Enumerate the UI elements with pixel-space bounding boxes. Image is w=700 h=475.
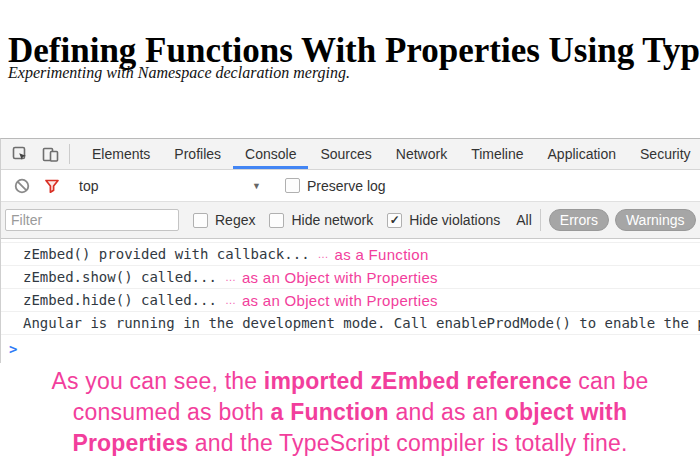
hide-violations-label[interactable]: Hide violations [409, 212, 500, 228]
caption-line: consumed as both a Function and as an ob… [40, 397, 660, 428]
tab-timeline[interactable]: Timeline [459, 139, 535, 169]
annotation-ellipsis: … [318, 248, 329, 260]
page-subtitle: Experimenting with Namespace declaration… [8, 64, 350, 82]
filter-input[interactable] [5, 209, 179, 231]
hide-network-checkbox[interactable] [269, 213, 284, 228]
filter-pill-warnings[interactable]: Warnings [615, 209, 696, 231]
console-prompt-chevron: > [9, 341, 17, 357]
context-value: top [79, 178, 98, 194]
handwritten-note: as an Object with Properties [242, 292, 438, 309]
annotation-ellipsis: … [225, 294, 236, 306]
console-prompt-row[interactable]: > [1, 334, 700, 363]
tab-security[interactable]: Security [628, 139, 700, 169]
devtools-panel: Elements Profiles Console Sources Networ… [0, 138, 700, 363]
clear-console-icon[interactable] [13, 177, 31, 195]
tab-console[interactable]: Console [233, 139, 308, 169]
log-message: zEmbed.hide() called... [23, 292, 217, 308]
filter-all-label[interactable]: All [516, 212, 532, 228]
caption-line: Properties and the TypeScript compiler i… [40, 428, 660, 459]
checkmark-icon: ✓ [390, 214, 400, 226]
toolbar-separator [69, 144, 70, 164]
preserve-log-label[interactable]: Preserve log [307, 178, 386, 194]
log-message: zEmbed.show() called... [23, 269, 217, 285]
console-filter-bar: Regex Hide network ✓ Hide violations All… [1, 202, 700, 239]
filter-separator [540, 209, 541, 231]
tab-profiles[interactable]: Profiles [162, 139, 233, 169]
execution-context-selector[interactable]: top ▼ [79, 178, 261, 194]
tab-sources[interactable]: Sources [308, 139, 383, 169]
chevron-down-icon: ▼ [252, 181, 261, 191]
preserve-log-checkbox[interactable] [285, 178, 300, 193]
inspect-element-icon[interactable] [11, 145, 29, 163]
filter-pill-errors[interactable]: Errors [549, 209, 609, 231]
handwritten-note: as a Function [335, 246, 429, 263]
hide-network-label[interactable]: Hide network [291, 212, 373, 228]
tab-application[interactable]: Application [536, 139, 629, 169]
annotation-ellipsis: … [225, 271, 236, 283]
device-toolbar-icon[interactable] [41, 145, 59, 163]
console-log-row: zEmbed.hide() called... … as an Object w… [1, 288, 700, 311]
console-log-row: Angular is running in the development mo… [1, 311, 700, 334]
regex-label[interactable]: Regex [215, 212, 255, 228]
console-output: zEmbed() provided with callback... … as … [1, 239, 700, 363]
console-log-row: zEmbed.show() called... … as an Object w… [1, 265, 700, 288]
devtools-tabbar: Elements Profiles Console Sources Networ… [1, 139, 700, 170]
tab-network[interactable]: Network [384, 139, 459, 169]
tab-elements[interactable]: Elements [80, 139, 162, 169]
handwritten-caption: As you can see, the imported zEmbed refe… [40, 366, 660, 459]
devtools-tabs: Elements Profiles Console Sources Networ… [80, 139, 700, 169]
console-log-row: zEmbed() provided with callback... … as … [1, 242, 700, 265]
console-toolbar: top ▼ Preserve log [1, 170, 700, 202]
handwritten-note: as an Object with Properties [242, 269, 438, 286]
filter-funnel-icon[interactable] [43, 177, 61, 195]
hide-violations-checkbox[interactable]: ✓ [387, 213, 402, 228]
regex-checkbox[interactable] [193, 213, 208, 228]
log-message: zEmbed() provided with callback... [23, 246, 310, 262]
caption-line: As you can see, the imported zEmbed refe… [40, 366, 660, 397]
log-message: Angular is running in the development mo… [23, 315, 700, 331]
